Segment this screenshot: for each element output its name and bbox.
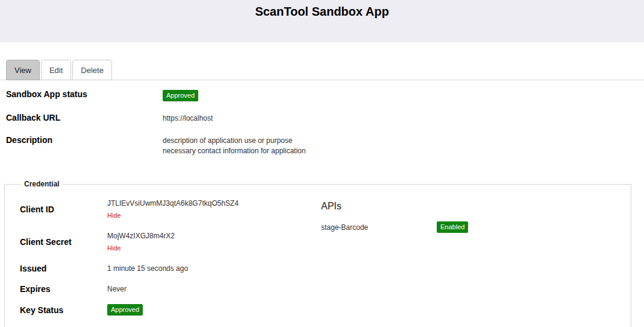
- api-status-badge: Enabled: [437, 221, 468, 233]
- credential-legend: Credential: [21, 180, 63, 188]
- api-row-stage-barcode: stage-Barcode Enabled: [321, 221, 631, 233]
- client-secret-label: Client Secret: [20, 237, 107, 247]
- expires-label: Expires: [20, 284, 107, 294]
- description-line-2: necessary contact information for applic…: [163, 146, 305, 156]
- sandbox-status-label: Sandbox App status: [6, 88, 163, 99]
- expires-value: Never: [107, 284, 127, 294]
- app-details: Sandbox App status Approved Callback URL…: [0, 80, 644, 156]
- description-value: description of application use or purpos…: [163, 134, 305, 156]
- issued-value: 1 minute 15 seconds ago: [107, 263, 188, 274]
- client-secret-hide-link[interactable]: Hide: [107, 243, 175, 253]
- client-id-label: Client ID: [20, 205, 107, 214]
- tab-edit[interactable]: Edit: [41, 60, 71, 80]
- detail-row-description: Description description of application u…: [6, 134, 638, 156]
- client-id-hide-link[interactable]: Hide: [107, 210, 239, 221]
- api-name: stage-Barcode: [321, 223, 437, 232]
- description-line-1: description of application use or purpos…: [163, 136, 305, 146]
- tab-delete[interactable]: Delete: [72, 60, 112, 80]
- apis-heading: APIs: [321, 201, 631, 212]
- tab-view[interactable]: View: [6, 60, 40, 80]
- sandbox-status-badge: Approved: [163, 90, 198, 101]
- cred-row-client-secret: Client Secret MojW4zIXGJ8m4rX2 Hide: [20, 230, 321, 253]
- key-status-badge: Approved: [107, 304, 143, 316]
- credential-fields: Client ID JTLIEvVsiUwmMJ3qtA6k8G7tkqO5hS…: [20, 198, 321, 316]
- detail-row-callback: Callback URL https://localhost: [6, 112, 638, 124]
- issued-label: Issued: [20, 264, 107, 273]
- cred-row-expires: Expires Never: [20, 284, 321, 294]
- app-header: ScanTool Sandbox App: [0, 0, 644, 42]
- client-id-value: JTLIEvVsiUwmMJ3qtA6k8G7tkqO5hSZ4: [107, 199, 239, 208]
- tab-bar: ViewEditDelete: [0, 60, 644, 80]
- credential-section: Credential Client ID JTLIEvVsiUwmMJ3qtA6…: [4, 180, 631, 327]
- cred-row-issued: Issued 1 minute 15 seconds ago: [20, 263, 321, 274]
- client-secret-value: MojW4zIXGJ8m4rX2: [107, 232, 175, 240]
- detail-row-status: Sandbox App status Approved: [6, 88, 638, 101]
- key-status-label: Key Status: [20, 305, 107, 315]
- callback-url-value: https://localhost: [163, 112, 213, 124]
- apis-section: APIs stage-Barcode Enabled: [321, 198, 631, 316]
- cred-row-key-status: Key Status Approved: [20, 304, 321, 316]
- page-title: ScanTool Sandbox App: [0, 5, 644, 19]
- callback-url-label: Callback URL: [6, 112, 163, 122]
- description-label: Description: [6, 134, 163, 145]
- cred-row-client-id: Client ID JTLIEvVsiUwmMJ3qtA6k8G7tkqO5hS…: [20, 198, 321, 221]
